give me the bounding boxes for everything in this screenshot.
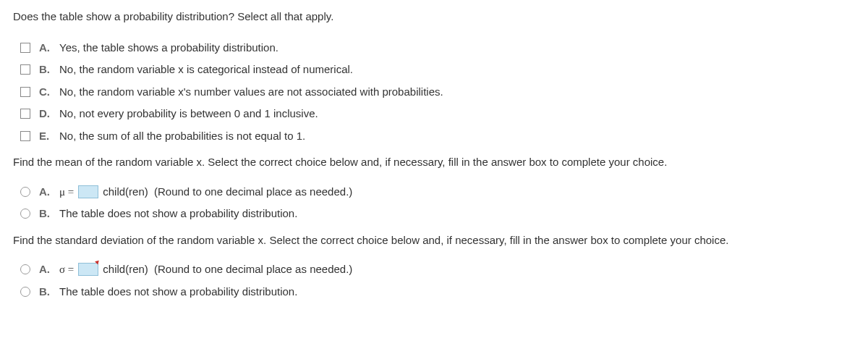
question2-container: Find the mean of the random variable x. … bbox=[13, 154, 855, 222]
option-text: The table does not show a probability di… bbox=[59, 206, 297, 222]
radio-q3-a[interactable] bbox=[20, 264, 30, 274]
sigma-symbol: σ = bbox=[59, 261, 74, 278]
option-letter: A. bbox=[39, 184, 52, 201]
radio-option-a: A. μ = child(ren) (Round to one decimal … bbox=[13, 184, 855, 201]
question1-prompt: Does the table show a probability distri… bbox=[13, 9, 855, 25]
checkbox-a[interactable] bbox=[20, 43, 30, 53]
radio-option-b: B. The table does not show a probability… bbox=[13, 206, 855, 222]
mu-symbol: μ = bbox=[59, 184, 74, 201]
option-text: Yes, the table shows a probability distr… bbox=[59, 40, 278, 56]
question2-options: A. μ = child(ren) (Round to one decimal … bbox=[13, 184, 855, 222]
option-content: μ = child(ren) (Round to one decimal pla… bbox=[59, 184, 352, 201]
option-text: No, the sum of all the probabilities is … bbox=[59, 128, 305, 145]
option-letter: A. bbox=[39, 40, 52, 56]
hint-text: (Round to one decimal place as needed.) bbox=[154, 261, 352, 278]
option-letter: A. bbox=[39, 261, 52, 278]
mean-input[interactable] bbox=[78, 185, 98, 198]
option-letter: B. bbox=[39, 62, 52, 78]
question1-container: Does the table show a probability distri… bbox=[13, 9, 855, 144]
stddev-input[interactable] bbox=[78, 263, 98, 276]
hint-text: (Round to one decimal place as needed.) bbox=[154, 184, 352, 201]
unit-text: child(ren) bbox=[103, 184, 148, 201]
question1-options: A. Yes, the table shows a probability di… bbox=[13, 40, 855, 145]
checkbox-option-e: E. No, the sum of all the probabilities … bbox=[13, 128, 855, 145]
checkbox-option-a: A. Yes, the table shows a probability di… bbox=[13, 40, 855, 56]
checkbox-option-d: D. No, not every probability is between … bbox=[13, 106, 855, 122]
question2-prompt: Find the mean of the random variable x. … bbox=[13, 154, 855, 171]
radio-option-b: B. The table does not show a probability… bbox=[13, 284, 855, 300]
option-text: No, not every probability is between 0 a… bbox=[59, 106, 318, 122]
radio-q2-a[interactable] bbox=[20, 187, 30, 197]
option-letter: E. bbox=[39, 128, 52, 145]
option-text: No, the random variable x is categorical… bbox=[59, 62, 353, 78]
checkbox-d[interactable] bbox=[20, 109, 30, 119]
option-letter: B. bbox=[39, 284, 52, 300]
radio-q3-b[interactable] bbox=[20, 287, 30, 297]
checkbox-e[interactable] bbox=[20, 131, 30, 141]
radio-option-a: A. σ = child(ren) (Round to one decimal … bbox=[13, 261, 855, 278]
unit-text: child(ren) bbox=[103, 261, 148, 278]
option-text: The table does not show a probability di… bbox=[59, 284, 297, 300]
radio-q2-b[interactable] bbox=[20, 209, 30, 219]
checkbox-option-b: B. No, the random variable x is categori… bbox=[13, 62, 855, 78]
option-letter: B. bbox=[39, 206, 52, 222]
checkbox-c[interactable] bbox=[20, 87, 30, 97]
option-text: No, the random variable x's number value… bbox=[59, 84, 443, 101]
question3-container: Find the standard deviation of the rando… bbox=[13, 232, 855, 300]
checkbox-b[interactable] bbox=[20, 64, 30, 75]
option-content: σ = child(ren) (Round to one decimal pla… bbox=[59, 261, 352, 278]
checkbox-option-c: C. No, the random variable x's number va… bbox=[13, 84, 855, 101]
question3-prompt: Find the standard deviation of the rando… bbox=[13, 232, 855, 249]
option-letter: D. bbox=[39, 106, 52, 122]
question3-options: A. σ = child(ren) (Round to one decimal … bbox=[13, 261, 855, 300]
option-letter: C. bbox=[39, 84, 52, 101]
